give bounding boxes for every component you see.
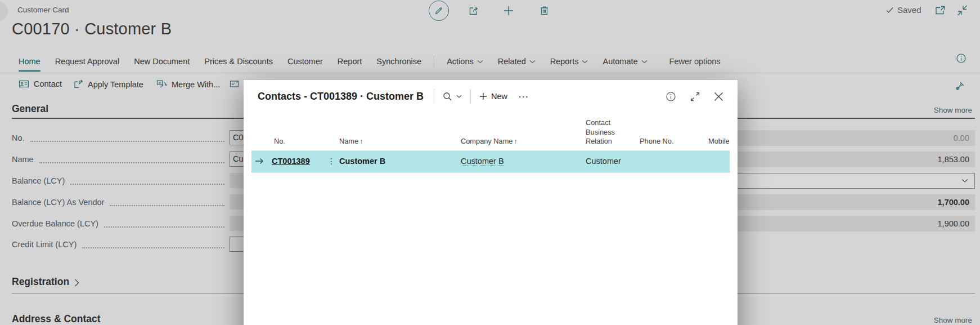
close-dialog-button[interactable] xyxy=(714,92,723,101)
plus-icon xyxy=(479,92,487,100)
dialog-title: Contacts - CT001389 · Customer B xyxy=(258,91,424,103)
active-row-arrow-icon xyxy=(251,150,268,172)
contact-relation-cell[interactable]: Customer xyxy=(582,150,636,172)
contact-phone-cell[interactable] xyxy=(636,150,705,172)
expand-dialog-button[interactable] xyxy=(690,92,700,101)
column-header-contact-business-relation[interactable]: Contact Business Relation xyxy=(582,116,636,150)
header-divider xyxy=(470,89,471,104)
contacts-dialog-header: Contacts - CT001389 · Customer B New xyxy=(244,80,738,113)
info-button[interactable] xyxy=(666,91,676,102)
contact-name-cell[interactable]: Customer B xyxy=(336,150,457,172)
contact-mobile-cell[interactable] xyxy=(705,150,730,172)
row-menu-column-header xyxy=(327,116,336,150)
column-header-company-name[interactable]: Company Name↑ xyxy=(457,116,582,150)
column-header-phone-no[interactable]: Phone No. xyxy=(636,116,705,150)
search-button[interactable] xyxy=(443,92,462,101)
contacts-table: No. Name↑ Company Name↑ Contact Business… xyxy=(251,116,730,172)
new-contact-button[interactable]: New xyxy=(479,92,507,101)
contact-row-selected[interactable]: CT001389 ⋮ Customer B Customer B Custome… xyxy=(251,150,730,172)
column-header-mobile[interactable]: Mobile xyxy=(705,116,730,150)
more-options-icon[interactable]: ⋯ xyxy=(518,90,529,103)
header-divider xyxy=(434,89,434,104)
sort-ascending-icon: ↑ xyxy=(359,137,363,145)
dialog-header-controls xyxy=(666,91,723,102)
chevron-down-icon xyxy=(456,95,462,99)
row-menu-icon[interactable]: ⋮ xyxy=(327,150,336,172)
row-indicator-column-header xyxy=(251,116,268,150)
contact-company-cell[interactable]: Customer B xyxy=(457,150,582,172)
customer-card-screen: Customer Card Save xyxy=(0,0,980,325)
search-icon xyxy=(443,92,452,101)
column-header-no[interactable]: No. xyxy=(268,116,327,150)
sort-ascending-icon: ↑ xyxy=(514,137,517,145)
contacts-dialog: Contacts - CT001389 · Customer B New xyxy=(244,80,738,325)
contact-no-cell[interactable]: CT001389 xyxy=(268,150,327,172)
contacts-table-header-row: No. Name↑ Company Name↑ Contact Business… xyxy=(251,116,730,150)
column-header-name[interactable]: Name↑ xyxy=(336,116,457,150)
